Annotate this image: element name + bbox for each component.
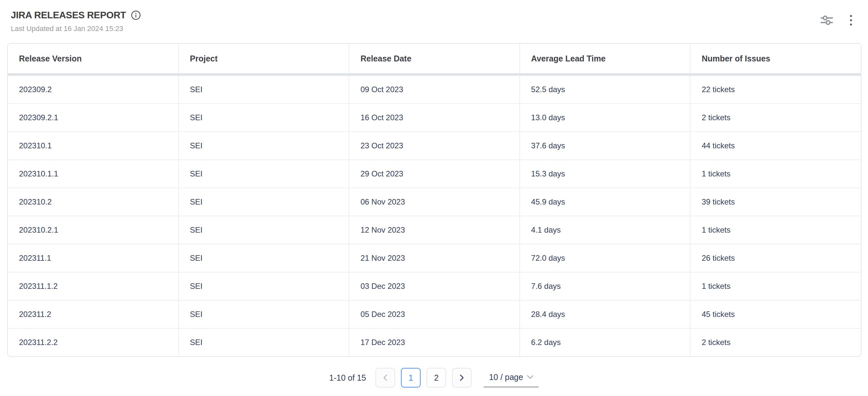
chevron-right-icon: [460, 374, 464, 381]
cell-release-date: 09 Oct 2023: [349, 74, 520, 104]
cell-avg-lead-time: 6.2 days: [520, 328, 690, 356]
table-header-row: Release Version Project Release Date Ave…: [8, 44, 861, 74]
table-row: 202311.2 SEI 05 Dec 2023 28.4 days 45 ti…: [8, 300, 861, 328]
cell-avg-lead-time: 28.4 days: [520, 300, 690, 328]
page-size-select[interactable]: 10 / page: [484, 368, 539, 388]
cell-avg-lead-time: 4.1 days: [520, 216, 690, 244]
widget-actions: [818, 12, 860, 29]
cell-number-of-issues: 2 tickets: [690, 104, 861, 132]
cell-number-of-issues: 2 tickets: [690, 328, 861, 356]
next-page-button[interactable]: [452, 368, 472, 388]
cell-number-of-issues: 26 tickets: [690, 244, 861, 272]
report-header: JIRA RELEASES REPORT: [11, 10, 141, 21]
cell-release-date: 17 Dec 2023: [349, 328, 520, 356]
table-row: 202310.1.1 SEI 29 Oct 2023 15.3 days 1 t…: [8, 160, 861, 188]
cell-number-of-issues: 22 tickets: [690, 74, 861, 104]
page-button-1[interactable]: 1: [401, 368, 421, 388]
cell-avg-lead-time: 13.0 days: [520, 104, 690, 132]
page-button-2[interactable]: 2: [427, 368, 446, 388]
filter-settings-button[interactable]: [818, 12, 835, 29]
cell-release-version: 202309.2.1: [8, 104, 179, 132]
cell-release-date: 03 Dec 2023: [349, 272, 520, 300]
column-header-release-version: Release Version: [8, 44, 179, 74]
pagination: 1-10 of 15 1 2 10 / page: [0, 368, 868, 388]
cell-release-date: 23 Oct 2023: [349, 132, 520, 160]
column-header-project: Project: [179, 44, 349, 74]
chevron-left-icon: [383, 374, 388, 381]
info-icon[interactable]: [131, 10, 141, 20]
table-row: 202311.1.2 SEI 03 Dec 2023 7.6 days 1 ti…: [8, 272, 861, 300]
column-header-number-of-issues: Number of Issues: [690, 44, 861, 74]
cell-release-date: 21 Nov 2023: [349, 244, 520, 272]
cell-release-version: 202310.1.1: [8, 160, 179, 188]
cell-release-date: 06 Nov 2023: [349, 188, 520, 216]
page-title: JIRA RELEASES REPORT: [11, 10, 126, 21]
cell-project: SEI: [179, 244, 349, 272]
info-icon-glyph: [131, 10, 141, 20]
cell-number-of-issues: 1 tickets: [690, 160, 861, 188]
cell-release-version: 202309.2: [8, 74, 179, 104]
table-row: 202311.2.2 SEI 17 Dec 2023 6.2 days 2 ti…: [8, 328, 861, 356]
cell-release-version: 202310.2: [8, 188, 179, 216]
cell-release-version: 202310.2.1: [8, 216, 179, 244]
table-row: 202310.2 SEI 06 Nov 2023 45.9 days 39 ti…: [8, 188, 861, 216]
cell-number-of-issues: 44 tickets: [690, 132, 861, 160]
cell-project: SEI: [179, 104, 349, 132]
table-row: 202309.2.1 SEI 16 Oct 2023 13.0 days 2 t…: [8, 104, 861, 132]
cell-avg-lead-time: 37.6 days: [520, 132, 690, 160]
cell-avg-lead-time: 72.0 days: [520, 244, 690, 272]
cell-number-of-issues: 39 tickets: [690, 188, 861, 216]
table-row: 202310.1 SEI 23 Oct 2023 37.6 days 44 ti…: [8, 132, 861, 160]
cell-project: SEI: [179, 272, 349, 300]
cell-project: SEI: [179, 132, 349, 160]
column-header-avg-lead-time: Average Lead Time: [520, 44, 690, 74]
cell-release-date: 05 Dec 2023: [349, 300, 520, 328]
cell-number-of-issues: 1 tickets: [690, 216, 861, 244]
cell-avg-lead-time: 7.6 days: [520, 272, 690, 300]
cell-release-date: 12 Nov 2023: [349, 216, 520, 244]
table-row: 202310.2.1 SEI 12 Nov 2023 4.1 days 1 ti…: [8, 216, 861, 244]
releases-table-card: Release Version Project Release Date Ave…: [7, 43, 862, 357]
page-size-label: 10 / page: [489, 372, 523, 382]
column-header-release-date: Release Date: [349, 44, 520, 74]
prev-page-button[interactable]: [375, 368, 395, 388]
cell-release-version: 202311.2.2: [8, 328, 179, 356]
kebab-menu-icon: [850, 15, 852, 26]
more-menu-button[interactable]: [842, 12, 860, 29]
cell-release-version: 202311.1: [8, 244, 179, 272]
cell-avg-lead-time: 15.3 days: [520, 160, 690, 188]
chevron-down-icon: [527, 375, 533, 380]
cell-project: SEI: [179, 160, 349, 188]
cell-project: SEI: [179, 188, 349, 216]
table-row: 202309.2 SEI 09 Oct 2023 52.5 days 22 ti…: [8, 74, 861, 104]
releases-table: Release Version Project Release Date Ave…: [8, 44, 861, 356]
cell-avg-lead-time: 52.5 days: [520, 74, 690, 104]
cell-release-date: 29 Oct 2023: [349, 160, 520, 188]
sliders-icon: [820, 15, 833, 25]
cell-release-version: 202311.2: [8, 300, 179, 328]
cell-number-of-issues: 1 tickets: [690, 272, 861, 300]
pagination-range-label: 1-10 of 15: [329, 373, 366, 383]
cell-project: SEI: [179, 74, 349, 104]
cell-number-of-issues: 45 tickets: [690, 300, 861, 328]
table-row: 202311.1 SEI 21 Nov 2023 72.0 days 26 ti…: [8, 244, 861, 272]
cell-release-date: 16 Oct 2023: [349, 104, 520, 132]
last-updated-label: Last Updated at 16 Jan 2024 15:23: [11, 25, 123, 33]
cell-project: SEI: [179, 216, 349, 244]
cell-project: SEI: [179, 300, 349, 328]
cell-avg-lead-time: 45.9 days: [520, 188, 690, 216]
cell-release-version: 202310.1: [8, 132, 179, 160]
cell-project: SEI: [179, 328, 349, 356]
cell-release-version: 202311.1.2: [8, 272, 179, 300]
